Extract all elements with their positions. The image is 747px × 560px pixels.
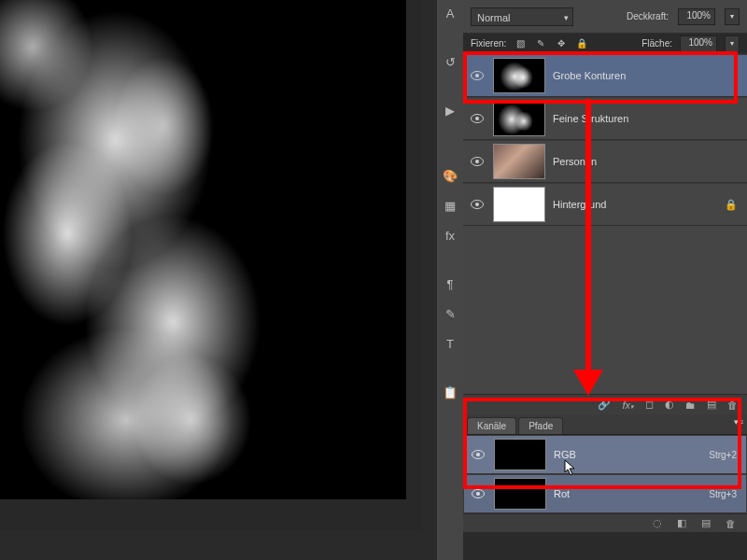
svg-point-11 xyxy=(476,492,480,496)
svg-point-3 xyxy=(475,117,479,120)
panel-menu-icon[interactable]: ▾≡ xyxy=(734,417,743,427)
layers-panel: Normal Deckkraft: 100% ▾ Fixieren: ▧ ✎ ✥… xyxy=(463,0,747,560)
blend-mode-dropdown[interactable]: Normal xyxy=(471,7,573,26)
fx-icon[interactable]: fx▾ xyxy=(622,399,634,411)
visibility-toggle[interactable] xyxy=(469,110,486,127)
swatches-icon[interactable]: 🎨 xyxy=(439,164,461,187)
eye-icon xyxy=(471,200,484,209)
eye-icon xyxy=(472,489,485,498)
layer-name-label[interactable]: Hintergrund xyxy=(553,199,717,210)
visibility-toggle[interactable] xyxy=(469,67,486,84)
visibility-toggle[interactable] xyxy=(470,485,486,502)
eye-icon xyxy=(471,157,484,166)
lock-all-icon[interactable]: 🔒 xyxy=(575,37,588,50)
styles-icon[interactable]: fx xyxy=(439,224,461,246)
channels-footer: ◌ ◧ ▤ 🗑 xyxy=(463,513,747,532)
measurements-icon[interactable]: 📋 xyxy=(439,381,461,403)
eye-icon xyxy=(471,114,484,123)
grid-icon[interactable]: ▦ xyxy=(439,194,461,217)
paragraph-icon[interactable]: ¶ xyxy=(439,273,461,295)
channel-row[interactable]: Rot Strg+3 xyxy=(463,474,747,513)
opacity-stepper[interactable]: ▾ xyxy=(725,8,740,25)
tab-paths[interactable]: Pfade xyxy=(518,417,563,434)
lock-row: Fixieren: ▧ ✎ ✥ 🔒 Fläche: 100% ▾ xyxy=(463,34,747,54)
canvas-area xyxy=(0,0,422,530)
layer-name-label[interactable]: Grobe Konturen xyxy=(553,70,738,81)
character-icon[interactable]: T xyxy=(439,332,461,355)
layer-row[interactable]: Grobe Konturen xyxy=(463,54,747,97)
fill-stepper[interactable]: ▾ xyxy=(725,35,740,52)
canvas-image[interactable] xyxy=(0,0,406,499)
delete-channel-icon[interactable]: 🗑 xyxy=(726,518,736,529)
layer-mask-icon[interactable]: ◻ xyxy=(645,399,654,411)
opacity-field[interactable]: 100% xyxy=(678,8,715,25)
eye-icon xyxy=(471,71,484,80)
lock-pixels-icon[interactable]: ✎ xyxy=(534,37,547,50)
layer-row[interactable]: Hintergrund 🔒 xyxy=(463,183,747,226)
layer-row[interactable]: Personen xyxy=(463,140,747,183)
lock-position-icon[interactable]: ✥ xyxy=(555,37,568,50)
fill-label: Fläche: xyxy=(641,38,672,49)
type-icon[interactable]: A xyxy=(439,2,461,24)
fill-field[interactable]: 100% xyxy=(680,35,717,52)
visibility-toggle[interactable] xyxy=(469,196,486,213)
layers-list: Grobe Konturen Feine Strukturen Personen… xyxy=(463,54,747,226)
layer-thumbnail[interactable] xyxy=(493,101,545,136)
tab-channels[interactable]: Kanäle xyxy=(467,417,516,434)
channel-shortcut-label: Strg+3 xyxy=(709,489,737,499)
layer-name-label[interactable]: Personen xyxy=(553,156,738,167)
channel-row[interactable]: RGB Strg+2 xyxy=(463,435,747,474)
new-channel-icon[interactable]: ▤ xyxy=(701,517,711,529)
save-selection-icon[interactable]: ◧ xyxy=(677,517,686,529)
channel-name-label: Rot xyxy=(554,488,701,499)
new-layer-icon[interactable]: ▤ xyxy=(707,399,716,411)
play-icon[interactable]: ▶ xyxy=(439,99,461,121)
layers-footer: 🔗 fx▾ ◻ ◐ 🖿 ▤ 🗑 xyxy=(463,394,747,414)
load-selection-icon[interactable]: ◌ xyxy=(653,517,662,529)
layer-thumbnail[interactable] xyxy=(493,58,545,93)
svg-point-9 xyxy=(476,453,480,456)
channels-list: RGB Strg+2 Rot Strg+3 xyxy=(463,435,747,513)
opacity-label: Deckkraft: xyxy=(627,11,669,21)
adjustment-layer-icon[interactable]: ◐ xyxy=(665,399,674,411)
layer-name-label[interactable]: Feine Strukturen xyxy=(553,113,738,124)
visibility-toggle[interactable] xyxy=(469,153,486,170)
layer-thumbnail[interactable] xyxy=(493,187,545,222)
link-layers-icon[interactable]: 🔗 xyxy=(598,399,611,411)
channel-name-label: RGB xyxy=(554,449,701,460)
channels-tabbar: Kanäle Pfade ▾≡ xyxy=(463,414,747,435)
eye-icon xyxy=(472,450,485,459)
svg-point-5 xyxy=(475,160,479,163)
layer-row[interactable]: Feine Strukturen xyxy=(463,97,747,140)
channel-thumbnail[interactable] xyxy=(494,439,546,470)
side-toolbar: A ↺ ▶ 🎨 ▦ fx ¶ ✎ T 📋 xyxy=(437,0,463,560)
lock-label: Fixieren: xyxy=(471,38,506,49)
layers-empty-area xyxy=(463,226,747,394)
layer-options-row: Normal Deckkraft: 100% ▾ xyxy=(463,0,747,34)
delete-layer-icon[interactable]: 🗑 xyxy=(727,399,738,411)
channel-shortcut-label: Strg+2 xyxy=(709,450,737,460)
group-icon[interactable]: 🖿 xyxy=(685,399,696,411)
lock-icon: 🔒 xyxy=(725,199,738,211)
lock-transparency-icon[interactable]: ▧ xyxy=(514,37,527,50)
visibility-toggle[interactable] xyxy=(470,446,486,463)
channel-thumbnail[interactable] xyxy=(494,478,546,510)
svg-point-7 xyxy=(475,203,479,206)
layer-thumbnail[interactable] xyxy=(493,144,545,179)
svg-point-1 xyxy=(475,74,479,77)
brushes-icon[interactable]: ✎ xyxy=(439,302,461,325)
history-icon[interactable]: ↺ xyxy=(439,50,461,73)
